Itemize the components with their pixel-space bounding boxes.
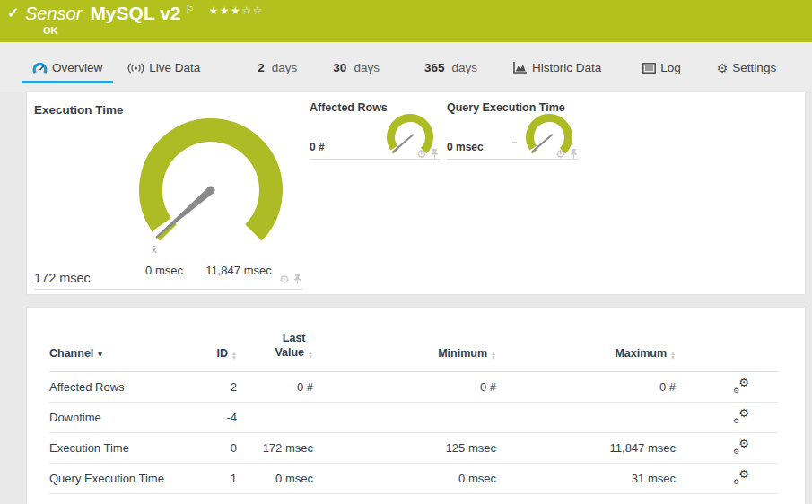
column-header-actions (676, 331, 778, 372)
header-label: Channel (49, 347, 93, 360)
table-row: Execution Time 0 172 msec 125 msec 11,84… (49, 433, 778, 464)
channel-settings-gears-icon[interactable]: ⚙⚙ (733, 469, 749, 485)
header-label: Maximum (615, 347, 667, 360)
channel-settings-gears-icon[interactable]: ⚙⚙ (733, 408, 749, 424)
channel-maximum: 31 msec (496, 464, 676, 494)
main-gauge-title: Execution Time (34, 103, 124, 117)
sensor-title: Sensor MySQL v2 ⚐ ★★★☆☆ (25, 3, 264, 24)
channel-settings-gears-icon[interactable]: ⚙⚙ (733, 439, 749, 455)
small-gauge-title: Affected Rows (310, 101, 388, 114)
channel-id: 0 (215, 433, 237, 464)
table-row: Affected Rows 2 0 # 0 # 0 # ⚙⚙ (49, 372, 778, 403)
settings-gear-icon: ⚙ (717, 62, 729, 74)
tab-settings[interactable]: ⚙ Settings (706, 56, 787, 83)
avg-marker: x̄ (152, 244, 157, 255)
status-check-icon: ✓ (7, 4, 19, 22)
avg-marker-dash (512, 142, 517, 143)
tab-30-days[interactable]: 30 days (322, 56, 390, 83)
channel-settings-gears-icon[interactable]: ⚙⚙ (733, 378, 749, 394)
channel-id: 2 (215, 372, 237, 403)
channel-name: Query Execution Time (49, 464, 215, 494)
sort-icon: ▲▼ (308, 351, 313, 359)
sensor-header: ✓ Sensor MySQL v2 ⚐ ★★★☆☆ OK (0, 0, 812, 42)
header-label: ID (217, 347, 229, 360)
channel-last-value: 0 msec (237, 464, 313, 494)
tab-log[interactable]: Log (632, 56, 692, 83)
channel-minimum (313, 403, 496, 433)
tab-label: Historic Data (532, 61, 601, 74)
header-label: Value (275, 346, 304, 359)
tab-days-number: 365 (424, 61, 445, 74)
channel-maximum (496, 403, 676, 433)
sensor-name: MySQL v2 (90, 3, 180, 24)
pin-icon[interactable] (431, 149, 439, 160)
channel-minimum: 0 # (313, 372, 496, 403)
tab-days-number: 2 (258, 61, 265, 74)
overview-gauge-icon (32, 62, 48, 74)
execution-time-gauge: x̄ (130, 109, 292, 271)
flag-icon[interactable]: ⚐ (186, 4, 195, 15)
tab-days-word: days (354, 61, 380, 74)
sort-active-caret-icon: ▾ (98, 350, 102, 359)
channel-name: Downtime (49, 403, 215, 433)
gauge-actions: ⚙ (279, 274, 301, 285)
header-label: Last (283, 332, 306, 344)
live-data-icon (127, 63, 144, 74)
column-header-id[interactable]: ID▲▼ (215, 331, 237, 372)
tab-live-data[interactable]: Live Data (117, 56, 211, 83)
channels-panel: Channel▾ ID▲▼ Last Value▲▼ Minimum▲▼ Max… (27, 308, 805, 504)
divider (310, 159, 440, 160)
divider (34, 289, 302, 290)
column-header-last-value[interactable]: Last Value▲▼ (237, 331, 313, 372)
divider (447, 159, 579, 160)
small-gauge-value: 0 # (310, 141, 325, 153)
tab-label: Live Data (149, 61, 200, 74)
column-header-channel[interactable]: Channel▾ (49, 331, 215, 372)
pin-icon[interactable] (570, 149, 578, 160)
channel-id: 1 (215, 464, 237, 494)
gauge-max-label: 11,847 msec (205, 264, 271, 277)
tab-bar: Overview Live Data 2 days 30 days 365 da… (0, 42, 812, 92)
channel-id: -4 (215, 403, 237, 433)
channel-name: Execution Time (49, 433, 215, 464)
gauge-settings-gear-icon[interactable]: ⚙ (279, 274, 290, 285)
channel-name: Affected Rows (49, 372, 215, 403)
column-header-minimum[interactable]: Minimum▲▼ (313, 331, 496, 372)
tab-days-word: days (272, 61, 298, 74)
tab-label: Settings (732, 61, 776, 74)
status-badge: OK (43, 25, 58, 36)
table-row: Downtime -4 ⚙⚙ (49, 403, 778, 433)
channel-maximum: 0 # (496, 372, 676, 403)
log-list-icon (642, 63, 656, 74)
header-label: Minimum (438, 347, 487, 360)
channel-last-value: 0 # (237, 372, 313, 403)
channel-last-value: 172 msec (237, 433, 313, 464)
main-gauge-value: 172 msec (34, 271, 91, 285)
tab-label: Overview (52, 61, 102, 74)
channel-maximum: 11,847 msec (496, 433, 676, 464)
channels-table: Channel▾ ID▲▼ Last Value▲▼ Minimum▲▼ Max… (49, 331, 778, 494)
table-row: Query Execution Time 1 0 msec 0 msec 31 … (49, 464, 778, 494)
sort-icon: ▲▼ (491, 352, 496, 360)
small-gauge-value: 0 msec (447, 141, 484, 153)
sort-icon: ▲▼ (670, 352, 676, 360)
tab-historic-data[interactable]: Historic Data (502, 56, 612, 83)
tab-overview[interactable]: Overview (22, 56, 113, 83)
sensor-type-label: Sensor (25, 4, 82, 24)
tab-365-days[interactable]: 365 days (414, 56, 488, 83)
priority-stars[interactable]: ★★★☆☆ (208, 4, 263, 17)
column-header-maximum[interactable]: Maximum▲▼ (496, 331, 676, 372)
channel-minimum: 125 msec (313, 433, 496, 464)
tab-2-days[interactable]: 2 days (247, 56, 308, 83)
channel-last-value (237, 403, 313, 433)
gauges-panel: Execution Time x̄ 0 msec 11,847 msec 172… (27, 92, 805, 294)
sort-icon: ▲▼ (231, 352, 237, 360)
pin-icon[interactable] (293, 274, 301, 285)
gauge-min-label: 0 msec (145, 264, 183, 277)
channel-minimum: 0 msec (313, 464, 496, 494)
tab-days-number: 30 (333, 61, 346, 74)
tab-label: Log (660, 61, 681, 74)
tab-days-word: days (451, 61, 477, 74)
historic-chart-icon (513, 62, 528, 74)
